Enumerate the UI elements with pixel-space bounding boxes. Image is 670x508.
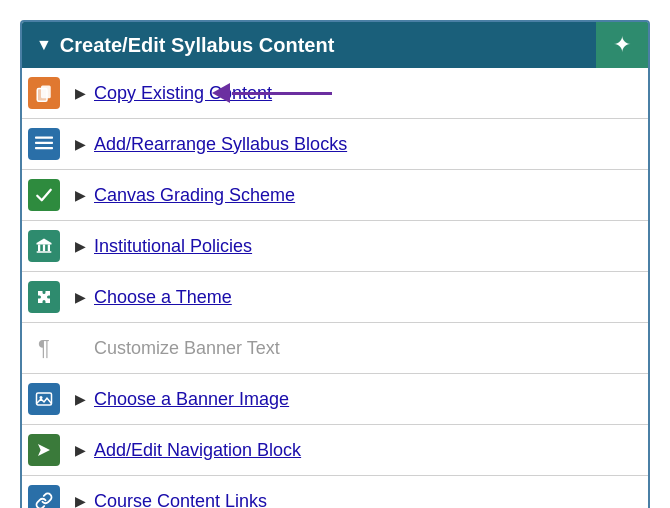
panel-title: Create/Edit Syllabus Content: [60, 34, 335, 57]
add-edit-navigation-link[interactable]: Add/Edit Navigation Block: [94, 440, 648, 461]
pilcrow-icon: ¶: [38, 335, 50, 361]
expand-arrow-grading[interactable]: ▶: [66, 187, 94, 203]
icon-cell-banner-text: ¶: [22, 323, 66, 373]
link-icon: [35, 492, 53, 508]
choose-banner-image-link[interactable]: Choose a Banner Image: [94, 389, 648, 410]
canvas-grading-link[interactable]: Canvas Grading Scheme: [94, 185, 648, 206]
svg-rect-3: [35, 137, 53, 139]
arrow-head: [212, 83, 230, 103]
icon-cell-copy: [22, 68, 66, 118]
course-content-links-link[interactable]: Course Content Links: [94, 491, 648, 509]
menu-item-institutional-policies: ▶ Institutional Policies: [22, 221, 648, 272]
expand-arrow-theme[interactable]: ▶: [66, 289, 94, 305]
navigation-icon: [36, 441, 52, 459]
copy-icon-box: [28, 77, 60, 109]
course-content-icon-box: [28, 485, 60, 508]
menu-item-add-rearrange: ▶ Add/Rearrange Syllabus Blocks: [22, 119, 648, 170]
expand-arrow-navigation[interactable]: ▶: [66, 442, 94, 458]
rearrange-icon-box: [28, 128, 60, 160]
icon-cell-theme: [22, 272, 66, 322]
expand-arrow-course-content[interactable]: ▶: [66, 493, 94, 508]
magic-button[interactable]: ✦: [596, 22, 648, 68]
menu-item-banner-image: ▶ Choose a Banner Image: [22, 374, 648, 425]
copy-link-container: Copy Existing Content: [94, 83, 332, 104]
menu-item-customize-banner: ¶ Customize Banner Text: [22, 323, 648, 374]
svg-rect-5: [35, 147, 53, 149]
icon-cell-policies: [22, 221, 66, 271]
header-left: ▼ Create/Edit Syllabus Content: [22, 24, 348, 67]
arrow-line: [232, 92, 332, 95]
menu-item-canvas-grading: ▶ Canvas Grading Scheme: [22, 170, 648, 221]
svg-rect-8: [43, 245, 45, 252]
svg-marker-6: [37, 239, 52, 245]
sparkle-icon: ✦: [613, 32, 631, 58]
institutional-policies-link[interactable]: Institutional Policies: [94, 236, 648, 257]
svg-rect-9: [48, 245, 50, 252]
svg-rect-11: [37, 393, 52, 405]
menu-list: ▶ Copy Existing Content: [22, 68, 648, 508]
add-rearrange-link[interactable]: Add/Rearrange Syllabus Blocks: [94, 134, 648, 155]
svg-marker-13: [38, 444, 50, 456]
svg-rect-7: [38, 245, 40, 252]
svg-rect-10: [37, 251, 52, 253]
icon-cell-grading: [22, 170, 66, 220]
expand-arrow-banner-image[interactable]: ▶: [66, 391, 94, 407]
menu-item-copy-existing: ▶ Copy Existing Content: [22, 68, 648, 119]
pilcrow-icon-container: ¶: [28, 332, 60, 364]
customize-banner-link: Customize Banner Text: [94, 338, 648, 359]
icon-cell-navigation: [22, 425, 66, 475]
svg-rect-2: [37, 89, 47, 102]
purple-arrow-indicator: [212, 83, 332, 103]
copy-icon: [35, 84, 53, 102]
choose-theme-link[interactable]: Choose a Theme: [94, 287, 648, 308]
menu-item-navigation: ▶ Add/Edit Navigation Block: [22, 425, 648, 476]
policies-icon-box: [28, 230, 60, 262]
icon-cell-banner-image: [22, 374, 66, 424]
check-icon: [35, 186, 53, 204]
puzzle-icon: [35, 288, 53, 306]
navigation-icon-box: [28, 434, 60, 466]
menu-item-choose-theme: ▶ Choose a Theme: [22, 272, 648, 323]
theme-icon-box: [28, 281, 60, 313]
image-icon: [35, 390, 53, 408]
expand-arrow-policies[interactable]: ▶: [66, 238, 94, 254]
institution-icon: [35, 237, 53, 255]
panel-header: ▼ Create/Edit Syllabus Content ✦: [22, 22, 648, 68]
expand-arrow-rearrange[interactable]: ▶: [66, 136, 94, 152]
svg-rect-4: [35, 142, 53, 144]
icon-cell-course-content: [22, 476, 66, 508]
menu-item-course-content: ▶ Course Content Links: [22, 476, 648, 508]
collapse-icon[interactable]: ▼: [36, 36, 52, 54]
banner-image-icon-box: [28, 383, 60, 415]
icon-cell-rearrange: [22, 119, 66, 169]
grading-icon-box: [28, 179, 60, 211]
expand-arrow-copy[interactable]: ▶: [66, 85, 94, 101]
panel: ▼ Create/Edit Syllabus Content ✦ ▶ Cop: [20, 20, 650, 508]
list-icon: [35, 136, 53, 152]
